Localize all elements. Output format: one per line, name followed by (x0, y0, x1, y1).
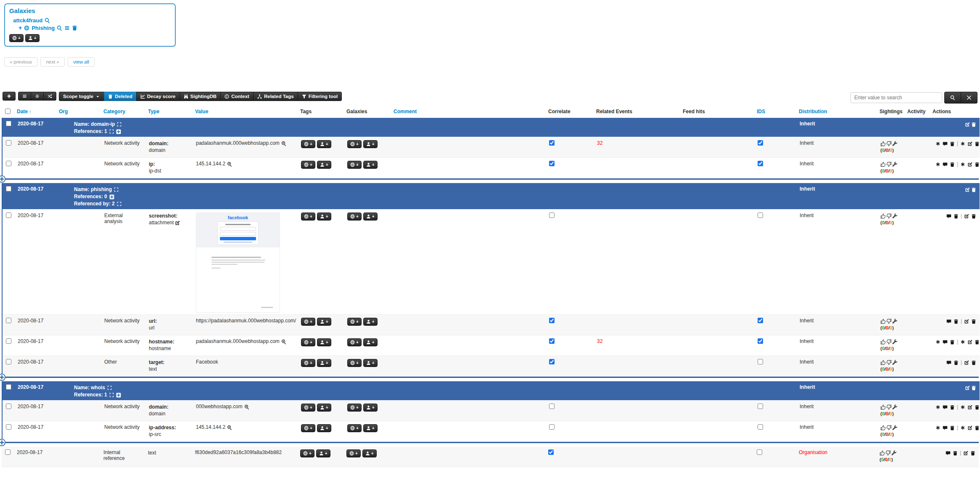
advanced-sightings-icon[interactable] (892, 213, 898, 219)
action-delete-icon[interactable] (970, 451, 975, 456)
action-asterisk-icon[interactable] (960, 405, 965, 410)
action-comment-icon[interactable] (943, 340, 948, 345)
clear-search-button[interactable] (961, 92, 977, 104)
advanced-sightings-icon[interactable] (892, 404, 898, 410)
add-global-galaxy-button[interactable]: + (347, 318, 362, 326)
action-comment-icon[interactable] (943, 425, 948, 431)
add-local-tag-button[interactable]: + (316, 449, 330, 457)
add-sighting-icon[interactable] (880, 213, 886, 219)
toolbar-decay-score-button[interactable]: Decay score (136, 92, 180, 101)
attachment-thumbnail[interactable]: facebook (196, 213, 280, 313)
object-delete-icon[interactable] (971, 122, 976, 127)
add-local-galaxy-button[interactable]: + (363, 359, 378, 367)
action-comment-icon[interactable] (943, 405, 948, 410)
toolbar-condensed-view-button[interactable] (31, 92, 44, 101)
ids-checkbox[interactable] (758, 140, 763, 146)
object-select-checkbox[interactable] (6, 384, 11, 390)
add-local-galaxy-button[interactable]: + (363, 404, 378, 412)
add-false-positive-icon[interactable] (886, 213, 892, 219)
add-reference-icon[interactable] (116, 393, 121, 398)
correlate-checkbox[interactable] (549, 424, 555, 430)
advanced-sightings-icon[interactable] (892, 339, 898, 345)
correlate-checkbox[interactable] (549, 140, 555, 146)
add-global-tag-button[interactable]: + (301, 359, 315, 367)
action-comment-icon[interactable] (943, 141, 948, 146)
action-delete-icon[interactable] (975, 162, 980, 167)
add-local-tag-button[interactable]: + (317, 213, 331, 221)
column-header-category[interactable]: Category (103, 109, 125, 114)
toolbar-add-button[interactable] (3, 92, 16, 101)
correlate-checkbox[interactable] (549, 404, 555, 409)
action-delete-icon[interactable] (975, 141, 980, 146)
toolbar-list-view-button[interactable] (18, 92, 31, 101)
action-comment-icon[interactable] (946, 214, 951, 219)
add-local-galaxy-button[interactable]: + (25, 34, 40, 42)
next-page-button[interactable]: next » (40, 57, 64, 66)
add-global-galaxy-button[interactable]: + (347, 338, 362, 346)
add-sighting-icon[interactable] (880, 450, 885, 456)
add-global-tag-button[interactable]: + (301, 424, 315, 432)
object-select-checkbox[interactable] (6, 186, 11, 191)
add-global-tag-button[interactable]: + (301, 318, 315, 326)
add-sighting-icon[interactable] (880, 319, 886, 324)
action-delete-icon[interactable] (954, 214, 959, 219)
action-delete-icon[interactable] (971, 319, 976, 324)
add-global-galaxy-button[interactable]: + (9, 34, 24, 42)
column-header-distribution[interactable]: Distribution (799, 109, 827, 114)
related-events[interactable]: 32 (597, 338, 602, 344)
action-edit-icon[interactable] (967, 425, 972, 431)
add-global-galaxy-button[interactable]: + (347, 424, 362, 432)
toolbar-related-tags-button[interactable]: Related Tags (253, 92, 298, 101)
add-global-tag-button[interactable]: + (301, 404, 315, 412)
action-comment-icon[interactable] (946, 319, 951, 324)
action-asterisk-icon[interactable] (960, 141, 965, 146)
add-false-positive-icon[interactable] (886, 425, 892, 431)
add-local-galaxy-button[interactable]: + (362, 449, 377, 457)
correlate-checkbox[interactable] (549, 161, 555, 166)
correlate-checkbox[interactable] (549, 213, 555, 218)
toolbar-shuffle-view-button[interactable] (43, 92, 56, 101)
advanced-sightings-icon[interactable] (891, 450, 897, 456)
expand-icon[interactable] (117, 202, 122, 206)
galaxy-cluster-name[interactable]: Phishing (32, 25, 55, 31)
add-sighting-icon[interactable] (880, 360, 886, 365)
object-delete-icon[interactable] (971, 385, 976, 391)
action-delete-icon[interactable] (953, 451, 958, 456)
add-false-positive-icon[interactable] (886, 404, 892, 410)
expand-icon[interactable] (117, 122, 122, 127)
add-global-galaxy-button[interactable]: + (346, 449, 361, 457)
object-expand-toggle[interactable] (0, 175, 6, 183)
view-all-button[interactable]: view all (68, 57, 95, 66)
toolbar-deleted-button[interactable]: Deleted (104, 92, 137, 101)
ids-checkbox[interactable] (758, 213, 763, 218)
action-delete-icon[interactable] (971, 360, 976, 365)
add-false-positive-icon[interactable] (885, 450, 891, 456)
add-false-positive-icon[interactable] (886, 162, 892, 167)
add-false-positive-icon[interactable] (886, 339, 892, 345)
add-local-tag-button[interactable]: + (317, 404, 331, 412)
value-lookup-icon[interactable] (281, 339, 286, 344)
advanced-sightings-icon[interactable] (892, 162, 898, 167)
action-delete-icon[interactable] (950, 340, 955, 345)
advanced-sightings-icon[interactable] (892, 425, 898, 431)
correlate-checkbox[interactable] (549, 359, 555, 364)
add-local-tag-button[interactable]: + (317, 424, 331, 432)
add-local-tag-button[interactable]: + (317, 161, 331, 169)
add-global-tag-button[interactable]: + (301, 140, 315, 148)
value-lookup-icon[interactable] (227, 425, 232, 430)
add-global-galaxy-button[interactable]: + (347, 161, 362, 169)
action-edit-icon[interactable] (967, 141, 972, 146)
action-edit-icon[interactable] (967, 162, 972, 167)
add-reference-icon[interactable] (109, 194, 114, 199)
add-sighting-icon[interactable] (880, 339, 886, 345)
add-global-galaxy-button[interactable]: + (347, 404, 362, 412)
value-lookup-icon[interactable] (244, 404, 249, 409)
action-asterisk-icon[interactable] (935, 141, 940, 146)
search-input[interactable] (851, 92, 942, 103)
object-edit-icon[interactable] (965, 122, 970, 127)
ids-checkbox[interactable] (758, 161, 763, 166)
add-global-galaxy-button[interactable]: + (347, 213, 362, 221)
toolbar-context-button[interactable]: Context (220, 92, 254, 101)
expand-icon[interactable] (107, 385, 112, 390)
action-delete-icon[interactable] (954, 319, 959, 324)
